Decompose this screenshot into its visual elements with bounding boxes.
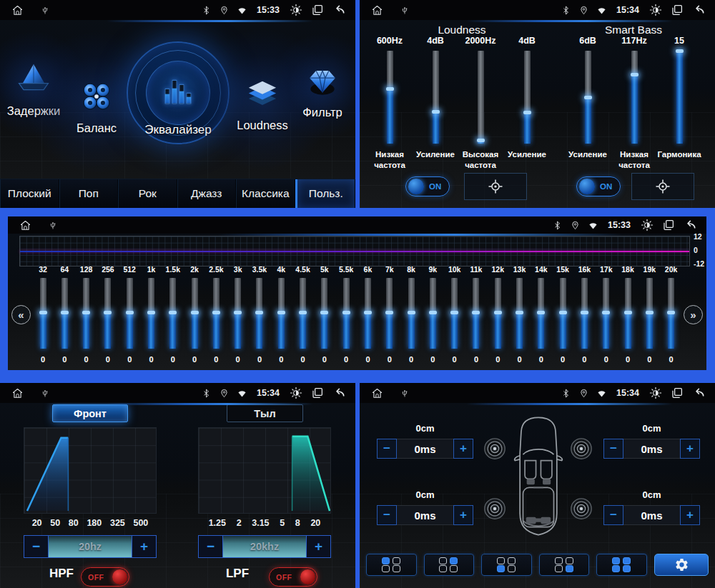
band-slider-track[interactable] <box>343 278 350 349</box>
delay-minus-button[interactable]: − <box>377 439 397 459</box>
home-icon[interactable] <box>11 4 24 16</box>
tab-rear[interactable]: Тыл <box>227 404 303 422</box>
home-icon[interactable] <box>371 4 383 16</box>
band-slider-track[interactable] <box>386 278 393 349</box>
menu-item-balance[interactable]: Баланс <box>64 80 129 135</box>
band-slider-track[interactable] <box>538 278 544 349</box>
band-slider-track[interactable] <box>495 278 501 349</box>
band-slider-track[interactable] <box>365 278 371 349</box>
delay-plus-button[interactable]: + <box>453 439 473 459</box>
seat-preset-button[interactable] <box>481 554 532 576</box>
slider-track[interactable] <box>676 51 683 144</box>
seat-preset-buttons <box>366 554 647 576</box>
brightness-icon[interactable] <box>641 219 654 231</box>
band-slider-track[interactable] <box>408 278 415 349</box>
preset-tab[interactable]: Рок <box>118 179 177 208</box>
band-slider-track[interactable] <box>473 278 479 349</box>
delay-group: 0cm − 0ms + <box>603 489 700 525</box>
page-right-button[interactable]: » <box>684 305 703 324</box>
preset-tab[interactable]: Польз. <box>295 179 356 208</box>
recent-apps-icon[interactable] <box>671 387 684 399</box>
hpf-tick-row: 205080180325500 <box>24 518 157 528</box>
delay-plus-button[interactable]: + <box>680 505 700 525</box>
slider-track[interactable] <box>585 51 591 144</box>
slider-track[interactable] <box>631 51 638 144</box>
preset-tab[interactable]: Джазз <box>177 179 237 208</box>
recent-apps-icon[interactable] <box>671 4 684 16</box>
slider-track[interactable] <box>524 51 531 144</box>
loudness-reset-button[interactable] <box>464 173 527 200</box>
home-icon[interactable] <box>19 219 31 231</box>
band-slider-track[interactable] <box>127 278 133 349</box>
band-slider-track[interactable] <box>148 278 154 349</box>
band-slider-track[interactable] <box>451 278 458 349</box>
delay-plus-button[interactable]: + <box>680 439 700 459</box>
band-slider-track[interactable] <box>192 278 198 349</box>
band-slider-track[interactable] <box>256 278 262 349</box>
brightness-icon[interactable] <box>290 4 302 16</box>
brightness-icon[interactable] <box>649 4 662 16</box>
band-slider-track[interactable] <box>235 278 241 349</box>
page-left-button[interactable]: « <box>11 305 31 324</box>
loudness-on-toggle[interactable]: ON <box>405 176 450 196</box>
delay-minus-button[interactable]: − <box>603 439 623 459</box>
slider-track[interactable] <box>433 51 439 144</box>
band-slider-track[interactable] <box>61 278 68 349</box>
back-icon[interactable] <box>332 4 345 16</box>
lpf-off-toggle[interactable]: OFF <box>269 567 317 587</box>
hpf-minus-button[interactable]: − <box>24 536 49 557</box>
hpf-plus-button[interactable]: + <box>132 536 156 557</box>
back-icon[interactable] <box>692 4 705 16</box>
band-slider-track[interactable] <box>646 278 653 349</box>
lpf-plus-button[interactable]: + <box>306 536 330 557</box>
target-icon <box>654 178 671 195</box>
band-slider-track[interactable] <box>321 278 327 349</box>
delay-minus-button[interactable]: − <box>377 505 397 525</box>
band-slider-track[interactable] <box>516 278 523 349</box>
home-icon[interactable] <box>11 387 24 399</box>
band-slider-track[interactable] <box>278 278 285 349</box>
seat-preset-button[interactable] <box>424 554 475 576</box>
smartbass-on-toggle[interactable]: ON <box>576 176 621 196</box>
band-slider-track[interactable] <box>40 278 46 349</box>
band-slider-track[interactable] <box>169 278 176 349</box>
lpf-minus-button[interactable]: − <box>199 536 223 557</box>
hpf-off-toggle[interactable]: OFF <box>81 567 129 587</box>
brightness-icon[interactable] <box>290 387 302 399</box>
back-icon[interactable] <box>332 387 345 399</box>
brightness-icon[interactable] <box>649 387 662 399</box>
band-slider-track[interactable] <box>581 278 588 349</box>
band-slider-track[interactable] <box>430 278 436 349</box>
recent-apps-icon[interactable] <box>311 4 324 16</box>
menu-item-filter[interactable]: Фильтр <box>290 64 355 119</box>
preset-tab[interactable]: Классика <box>236 179 295 208</box>
clock: 15:33 <box>608 220 631 230</box>
slider-track[interactable] <box>387 51 393 144</box>
recent-apps-icon[interactable] <box>662 219 675 231</box>
seat-preset-button[interactable] <box>596 554 647 576</box>
band-slider-track[interactable] <box>625 278 631 349</box>
recent-apps-icon[interactable] <box>311 387 324 399</box>
band-slider-track[interactable] <box>83 278 89 349</box>
delay-plus-button[interactable]: + <box>453 505 473 525</box>
band-slider-track[interactable] <box>104 278 111 349</box>
smartbass-reset-button[interactable] <box>631 173 694 200</box>
delay-minus-button[interactable]: − <box>603 505 623 525</box>
back-icon[interactable] <box>692 387 705 399</box>
preset-tab[interactable]: Поп <box>59 179 119 208</box>
band-slider-track[interactable] <box>213 278 220 349</box>
back-icon[interactable] <box>684 219 696 231</box>
lpf-frequency-value[interactable]: 20khz <box>223 536 306 557</box>
settings-button[interactable] <box>654 554 709 576</box>
home-icon[interactable] <box>371 387 383 399</box>
band-slider-track[interactable] <box>300 278 306 349</box>
band-slider-track[interactable] <box>560 278 566 349</box>
hpf-frequency-value[interactable]: 20hz <box>49 536 132 557</box>
band-slider-track[interactable] <box>603 278 609 349</box>
seat-preset-button[interactable] <box>539 554 590 576</box>
tab-front[interactable]: Фронт <box>52 404 128 422</box>
band-slider-track[interactable] <box>668 278 674 349</box>
seat-preset-button[interactable] <box>366 554 417 576</box>
slider-track[interactable] <box>478 51 484 144</box>
preset-tab[interactable]: Плоский <box>0 179 59 208</box>
